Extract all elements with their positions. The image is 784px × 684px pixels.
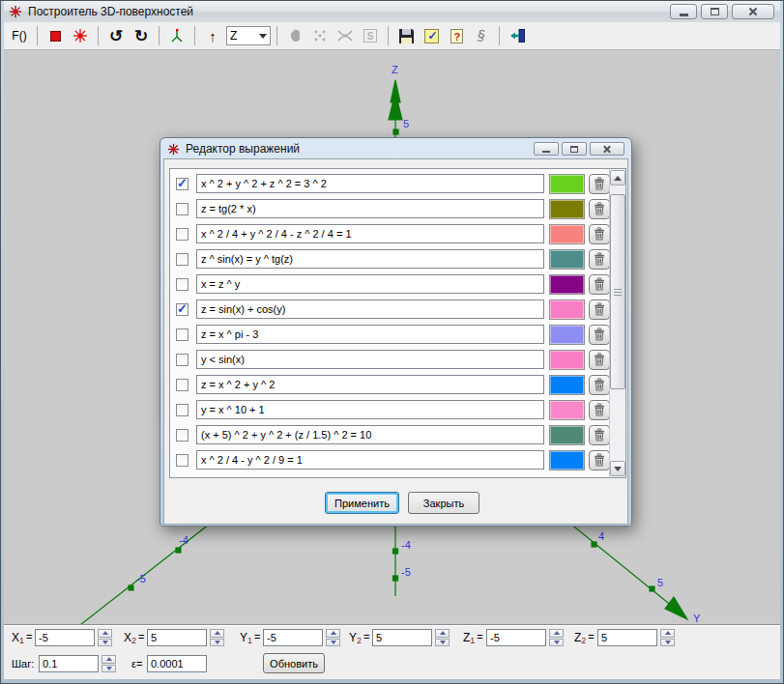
close-dialog-button[interactable]: Закрыть [408, 492, 479, 514]
fill-color-button[interactable] [44, 24, 67, 47]
close-button[interactable] [732, 4, 774, 19]
expression-input[interactable] [196, 325, 544, 344]
expression-checkbox[interactable] [176, 203, 189, 215]
spinner[interactable] [549, 629, 564, 646]
spinner[interactable] [326, 629, 340, 646]
epsilon-input[interactable] [147, 655, 207, 672]
spinner-up-button[interactable] [326, 629, 340, 638]
spinner-down-button[interactable] [102, 665, 116, 673]
refresh-button[interactable]: Обновить [263, 653, 325, 673]
delete-expression-button[interactable] [589, 299, 610, 320]
range-field-input[interactable] [35, 629, 95, 646]
range-field-input[interactable] [486, 629, 546, 646]
spinner[interactable] [435, 629, 450, 646]
light-source-button[interactable] [69, 24, 92, 47]
spinner-up-button[interactable] [435, 629, 450, 638]
range-field-input[interactable] [372, 629, 432, 646]
delete-expression-button[interactable] [589, 400, 610, 420]
expression-checkbox[interactable] [176, 178, 189, 190]
expression-input[interactable] [196, 274, 544, 294]
dialog-titlebar[interactable]: Редактор выражений [163, 139, 628, 158]
step-input[interactable] [39, 655, 99, 672]
expression-input[interactable] [196, 299, 544, 319]
scroll-down-button[interactable] [610, 461, 625, 476]
spinner-up-button[interactable] [210, 629, 224, 638]
dialog-minimize-button[interactable] [534, 142, 559, 156]
color-swatch[interactable] [549, 425, 585, 445]
expression-checkbox[interactable] [176, 404, 189, 416]
expression-input[interactable] [196, 400, 544, 419]
delete-expression-button[interactable] [589, 199, 610, 219]
delete-expression-button[interactable] [589, 325, 610, 345]
expression-input[interactable] [196, 199, 544, 218]
range-field-input[interactable] [597, 629, 657, 646]
curves-button-disabled[interactable] [334, 24, 357, 47]
rotate-cw-button[interactable]: ↻ [130, 24, 153, 47]
axis-select[interactable]: Z [226, 26, 271, 45]
expression-list-scrollbar[interactable] [609, 169, 625, 477]
expression-input[interactable] [196, 375, 544, 394]
color-swatch[interactable] [549, 174, 585, 194]
expression-input[interactable] [196, 450, 544, 470]
delete-expression-button[interactable] [589, 350, 610, 370]
spinner[interactable] [98, 629, 112, 646]
spinner-down-button[interactable] [549, 639, 564, 647]
expression-checkbox[interactable] [176, 278, 189, 291]
maximize-button[interactable] [701, 4, 728, 19]
color-swatch[interactable] [549, 350, 585, 370]
expression-checkbox[interactable] [176, 253, 189, 266]
spinner-down-button[interactable] [210, 639, 224, 647]
pan-button-disabled[interactable] [283, 24, 306, 47]
scroll-up-button[interactable] [610, 170, 625, 185]
scrollbar-thumb[interactable] [610, 194, 625, 389]
window-titlebar[interactable]: Построитель 3D-поверхностей [4, 1, 780, 22]
rotate-ccw-button[interactable]: ↺ [104, 24, 128, 47]
range-field-input[interactable] [147, 629, 207, 646]
delete-expression-button[interactable] [589, 274, 610, 295]
color-swatch[interactable] [549, 325, 585, 345]
expression-input[interactable] [196, 350, 544, 369]
range-field-input[interactable] [263, 629, 323, 646]
options-button[interactable] [420, 24, 443, 47]
expression-input[interactable] [196, 224, 544, 243]
plot-area[interactable]: Z 5 -4 -5 -4 -5 4 5 Y Редактор выражений [4, 50, 780, 624]
color-swatch[interactable] [549, 274, 585, 295]
help-button[interactable] [445, 24, 468, 47]
expression-checkbox[interactable] [176, 454, 189, 467]
axes-settings-button[interactable] [165, 24, 189, 47]
spinner[interactable] [210, 629, 224, 646]
dialog-maximize-button[interactable] [562, 142, 587, 156]
minimize-button[interactable] [670, 4, 697, 19]
color-swatch[interactable] [549, 450, 585, 470]
expression-checkbox[interactable] [176, 429, 189, 442]
save-button[interactable] [394, 24, 418, 47]
spinner-up-button[interactable] [102, 655, 116, 664]
expression-checkbox[interactable] [176, 228, 189, 241]
delete-expression-button[interactable] [589, 425, 610, 445]
expression-checkbox[interactable] [176, 354, 189, 366]
expression-input[interactable] [196, 425, 544, 444]
delete-expression-button[interactable] [589, 249, 610, 270]
step-spinner[interactable] [102, 655, 116, 672]
color-swatch[interactable] [549, 199, 585, 219]
expression-checkbox[interactable] [176, 379, 189, 391]
function-editor-button[interactable]: F() [8, 24, 31, 47]
color-swatch[interactable] [549, 299, 585, 320]
spinner-up-button[interactable] [549, 629, 564, 638]
expression-input[interactable] [196, 174, 544, 193]
spinner-down-button[interactable] [660, 639, 675, 647]
delete-expression-button[interactable] [589, 174, 610, 194]
exit-button[interactable] [506, 24, 529, 47]
expression-input[interactable] [196, 249, 544, 269]
spinner-down-button[interactable] [435, 639, 450, 647]
color-swatch[interactable] [549, 224, 585, 244]
delete-expression-button[interactable] [589, 450, 610, 470]
spinner-down-button[interactable] [326, 639, 340, 647]
apply-button[interactable]: Применить [325, 492, 399, 514]
spinner-down-button[interactable] [98, 639, 112, 647]
expression-checkbox[interactable] [176, 303, 189, 316]
color-swatch[interactable] [549, 375, 585, 395]
delete-expression-button[interactable] [589, 375, 610, 395]
spinner-up-button[interactable] [660, 629, 675, 638]
color-swatch[interactable] [549, 400, 585, 420]
